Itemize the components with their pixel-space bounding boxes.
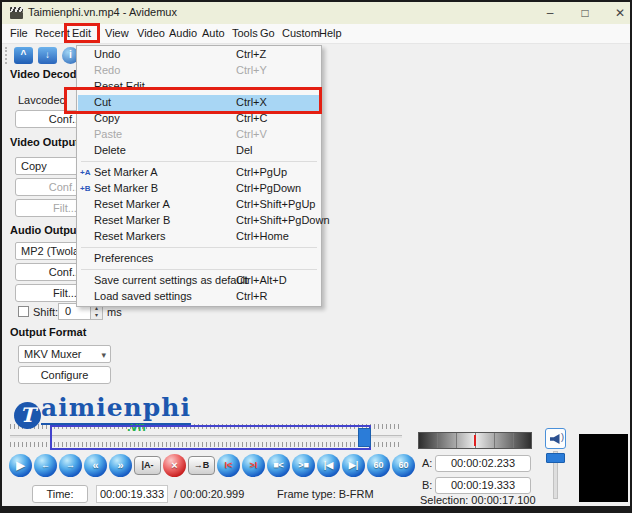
output-format-heading: Output Format	[10, 326, 86, 338]
menu-item-redo: RedoCtrl+Y	[78, 63, 320, 79]
minimize-button[interactable]: –	[533, 2, 567, 24]
marker-b-icon: +B	[80, 184, 90, 193]
menu-auto[interactable]: Auto	[202, 27, 225, 39]
annotation-box-edit	[64, 23, 100, 43]
menu-item-reset-markers[interactable]: Reset MarkersCtrl+Home	[78, 229, 320, 245]
back-keyframe-button[interactable]: «	[84, 454, 107, 477]
video-output-value: Copy	[21, 160, 47, 172]
menu-audio[interactable]: Audio	[169, 27, 197, 39]
last-frame-button[interactable]: ▶|	[342, 454, 365, 477]
time-button[interactable]: Time:	[32, 485, 88, 503]
timeline-slider-handle[interactable]	[358, 428, 371, 447]
first-frame-button[interactable]: |◀	[317, 454, 340, 477]
shift-checkbox[interactable]	[18, 306, 29, 317]
menu-item-paste: PasteCtrl+V	[78, 127, 320, 143]
menu-item-reset-marker-a[interactable]: Reset Marker ACtrl+Shift+PgUp	[78, 197, 320, 213]
next-black-frame-button[interactable]: >■	[292, 454, 315, 477]
menu-separator	[81, 247, 317, 248]
previous-black-frame-button[interactable]: ■<	[267, 454, 290, 477]
volume-slider-handle[interactable]	[546, 453, 565, 463]
menu-tools[interactable]: Tools	[232, 27, 258, 39]
selection-duration: Selection: 00:00:17.100	[420, 494, 536, 506]
annotation-box-cut	[64, 87, 322, 114]
menu-help[interactable]: Help	[319, 27, 342, 39]
video-output-heading: Video Output	[10, 136, 79, 148]
menu-file[interactable]: File	[10, 27, 28, 39]
audio-output-heading: Audio Output	[10, 224, 80, 236]
duration-text: / 00:00:20.999	[174, 488, 244, 500]
menu-item-load-saved-settings[interactable]: Load saved settingsCtrl+R	[78, 289, 320, 305]
go-selection-start-button[interactable]: I<	[217, 454, 240, 477]
time-input[interactable]: 00:00:19.333	[96, 485, 168, 503]
shuttle-center-mark	[474, 435, 476, 446]
maximize-button[interactable]: □	[568, 2, 602, 24]
cancel-button[interactable]: ×	[163, 454, 186, 477]
logo-text: aimienphi	[41, 393, 191, 425]
forward-60s-button[interactable]: 60	[392, 454, 415, 477]
avidemux-window: Taimienphi.vn.mp4 - Avidemux – □ ✕ File …	[0, 0, 632, 513]
video-decoder-name: Lavcodec	[18, 94, 65, 106]
menu-view[interactable]: View	[105, 27, 129, 39]
menu-item-set-marker-a[interactable]: +A Set Marker ACtrl+PgUp	[78, 165, 320, 181]
menu-item-set-marker-b[interactable]: +B Set Marker BCtrl+PgDown	[78, 181, 320, 197]
frame-type-text: Frame type: B-FRM	[277, 488, 374, 500]
menu-custom[interactable]: Custom	[282, 27, 320, 39]
transport-controls: ▶ ← → « » |A- × →B I< >I ■< >■ |◀ ▶| 60 …	[9, 454, 415, 477]
open-file-icon[interactable]: ^	[14, 47, 33, 64]
timeline-selection	[50, 425, 371, 450]
output-format-combo[interactable]: MKV Muxer ▾	[18, 345, 111, 363]
save-icon[interactable]: ↓	[38, 47, 57, 64]
menu-item-undo[interactable]: UndoCtrl+Z	[78, 47, 320, 63]
taimienphi-logo: Taimienphi .vn	[14, 393, 191, 429]
marker-b-field[interactable]: 00:00:19.333	[435, 477, 531, 494]
menu-separator	[81, 161, 317, 162]
menu-item-save-settings-default[interactable]: Save current settings as defaultCtrl+Alt…	[78, 273, 320, 289]
mute-button[interactable]: )	[545, 428, 566, 449]
video-preview	[579, 434, 628, 502]
configure-button[interactable]: Configure	[18, 366, 111, 384]
set-marker-b-button[interactable]: →B	[188, 456, 215, 475]
close-button[interactable]: ✕	[603, 2, 632, 24]
menu-item-preferences[interactable]: Preferences	[78, 251, 320, 267]
output-format-value: MKV Muxer	[24, 348, 81, 360]
speaker-icon	[550, 434, 560, 444]
speaker-wave-icon: )	[561, 432, 564, 442]
app-clapperboard-icon	[10, 7, 23, 19]
toolbar-grip	[5, 47, 8, 64]
go-selection-end-button[interactable]: >I	[242, 454, 265, 477]
title-bar: Taimienphi.vn.mp4 - Avidemux – □ ✕	[2, 2, 630, 24]
marker-a-label: A:	[422, 457, 432, 469]
shuttle-control[interactable]	[418, 432, 532, 449]
set-marker-a-button[interactable]: |A-	[134, 456, 161, 475]
menu-separator	[81, 269, 317, 270]
play-button[interactable]: ▶	[9, 454, 32, 477]
menu-item-reset-marker-b[interactable]: Reset Marker BCtrl+Shift+PgDown	[78, 213, 320, 229]
menu-video[interactable]: Video	[137, 27, 165, 39]
next-frame-button[interactable]: →	[59, 454, 82, 477]
previous-frame-button[interactable]: ←	[34, 454, 57, 477]
window-title: Taimienphi.vn.mp4 - Avidemux	[28, 6, 177, 18]
edit-dropdown-menu: UndoCtrl+Z RedoCtrl+Y Reset Edit CutCtrl…	[76, 45, 322, 307]
forward-keyframe-button[interactable]: »	[109, 454, 132, 477]
logo-initial: T	[14, 402, 41, 429]
marker-a-field[interactable]: 00:00:02.233	[435, 455, 531, 472]
menu-item-delete[interactable]: DeleteDel	[78, 143, 320, 159]
back-60s-button[interactable]: 60	[367, 454, 390, 477]
menu-go[interactable]: Go	[260, 27, 275, 39]
chevron-down-icon: ▾	[101, 347, 106, 363]
marker-a-icon: +A	[80, 168, 90, 177]
shift-label: Shift:	[33, 306, 58, 318]
marker-b-label: B:	[422, 479, 432, 491]
shift-unit-label: ms	[107, 306, 122, 318]
